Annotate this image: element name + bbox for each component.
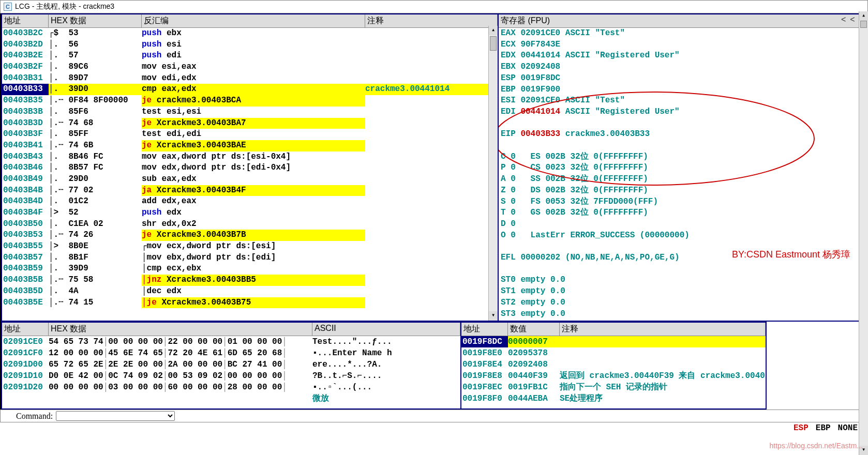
register-line[interactable] <box>499 118 866 129</box>
disasm-row[interactable]: 00403B5B│.╌ 75 58│jnz Xcrackme3.00403BB5 <box>2 275 498 286</box>
hex-row[interactable]: 02091D0065 72 65 2E│2E 2E 00 00│2A 00 00… <box>2 359 460 370</box>
hex-row[interactable]: 02091CF012 00 00 00│45 6E 74 65│72 20 4E… <box>2 347 460 359</box>
watermark: https://blog.csdn.net/Eastm... <box>769 442 863 450</box>
disasm-row[interactable]: 00403B31│. 89D7mov edi,edx <box>2 73 498 84</box>
register-line[interactable]: EBX 02092408 <box>499 62 866 73</box>
register-line[interactable]: EBP 0019F900 <box>499 84 866 96</box>
disasm-row[interactable]: 00403B5D│. 4A│dec edx <box>2 286 498 297</box>
register-line[interactable]: D 0 <box>499 219 866 230</box>
disasm-row[interactable]: 00403B53│.╌ 74 26je Xcrackme3.00403B7B <box>2 230 498 241</box>
disasm-row[interactable]: 00403B5E│.╌ 74 15│je Xcrackme3.00403B75 <box>2 297 498 309</box>
register-line[interactable]: P 0 CS 0023 32位 0(FFFFFFFF) <box>499 162 866 174</box>
disasm-row[interactable]: 00403B41│.╌ 74 6Bje Xcrackme3.00403BAE <box>2 140 498 151</box>
register-line[interactable]: ESI 02091CE0 ASCII "Test" <box>499 95 866 107</box>
nav-prev2-icon[interactable]: < <box>850 15 855 24</box>
hex-row[interactable]: 02091D10D0 0E 42 00│0C 74 09 02│00 53 09… <box>2 370 460 382</box>
disasm-row[interactable]: 00403B55│> 8B0E┌mov ecx,dword ptr ds:[es… <box>2 241 498 252</box>
register-line[interactable]: ST2 empty 0.0 <box>499 297 866 309</box>
disasm-row[interactable]: 00403B59│. 39D9│cmp ecx,ebx <box>2 263 498 275</box>
register-line[interactable]: EAX 02091CE0 ASCII "Test" <box>499 28 866 39</box>
register-line[interactable] <box>499 140 866 151</box>
stack-header: 地址 数值 注释 <box>461 323 766 336</box>
command-label: Command: <box>16 412 53 421</box>
register-line[interactable]: Z 0 DS 002B 32位 0(FFFFFFFF) <box>499 185 866 196</box>
disasm-row[interactable]: 00403B4D│. 01C2add edx,eax <box>2 196 498 207</box>
disasm-body[interactable]: 00403B2C┌$ 53push ebx00403B2D│. 56push e… <box>2 28 498 321</box>
scroll-up-icon[interactable]: ▴ <box>859 11 868 21</box>
stack-row[interactable]: 0019F8E800440F39返回到 crackme3.00440F39 来自… <box>461 370 766 382</box>
stack-row[interactable]: 0019F8DC00000007 <box>461 336 766 347</box>
disasm-row[interactable]: 00403B33│. 39D0cmp eax,edxcrackme3.00441… <box>2 84 498 95</box>
window-title-bar: C LCG - 主线程, 模块 - crackme3 <box>0 0 868 13</box>
register-line[interactable]: ESP 0019F8DC <box>499 73 866 84</box>
disasm-row[interactable]: 00403B2D│. 56push esi <box>2 39 498 51</box>
col-cmt[interactable]: 注释 <box>365 14 498 27</box>
scroll-up-icon[interactable]: ▴ <box>489 26 498 35</box>
disasm-row[interactable]: 00403B50│. C1EA 02shr edx,0x2 <box>2 219 498 230</box>
stack-row[interactable]: 0019F8EC0019FB1C指向下一个 SEH 记录的指针 <box>461 382 766 393</box>
hex-panel: 地址 HEX 数据 ASCII 02091CE054 65 73 74│00 0… <box>1 322 461 410</box>
stack-row[interactable]: 0019F8F00044AEBASE处理程序 <box>461 393 766 404</box>
stackcol-val[interactable]: 数值 <box>508 323 560 336</box>
register-line[interactable]: A 0 SS 002B 32位 0(FFFFFFFF) <box>499 174 866 185</box>
col-asm[interactable]: 反汇编 <box>142 14 365 27</box>
disasm-row[interactable]: 00403B3F│. 85FFtest edi,edi <box>2 129 498 140</box>
reg-body[interactable]: EAX 02091CE0 ASCII "Test"ECX 90F7843EEDX… <box>499 28 866 321</box>
command-input[interactable] <box>56 411 175 421</box>
disasm-row[interactable]: 00403B49│. 29D0sub eax,edx <box>2 174 498 185</box>
disasm-row[interactable]: 00403B2C┌$ 53push ebx <box>2 28 498 39</box>
hex-header: 地址 HEX 数据 ASCII <box>2 323 460 336</box>
stack-row[interactable]: 0019F8E002095378 <box>461 347 766 359</box>
status-esp: ESP <box>794 423 809 433</box>
stackcol-addr[interactable]: 地址 <box>461 323 508 336</box>
scroll-down-icon[interactable]: ▾ <box>489 311 498 321</box>
col-hex[interactable]: HEX 数据 <box>49 14 142 27</box>
register-line[interactable]: O 0 LastErr ERROR_SUCCESS (00000000) <box>499 230 866 241</box>
status-none: NONE <box>838 423 858 433</box>
stack-panel: 地址 数值 注释 0019F8DC000000070019F8E00209537… <box>461 322 767 410</box>
stack-body[interactable]: 0019F8DC000000070019F8E0020953780019F8E4… <box>461 336 766 408</box>
disasm-row[interactable]: 00403B4B│.╌ 77 02ja Xcrackme3.00403B4F <box>2 185 498 196</box>
disasm-header: 地址 HEX 数据 反汇编 注释 <box>2 14 498 28</box>
hexcol-addr[interactable]: 地址 <box>2 323 49 336</box>
register-line[interactable] <box>499 264 866 275</box>
stackcol-cmt[interactable]: 注释 <box>560 323 766 336</box>
disassembly-panel: 地址 HEX 数据 反汇编 注释 00403B2C┌$ 53push ebx00… <box>1 13 499 322</box>
app-icon: C <box>4 3 12 11</box>
register-line[interactable]: ST3 empty 0.0 <box>499 309 866 320</box>
register-line[interactable]: EDI 00441014 ASCII "Registered User" <box>499 107 866 118</box>
lower-container: 地址 HEX 数据 ASCII 02091CE054 65 73 74│00 0… <box>0 322 868 410</box>
register-line[interactable]: S 0 FS 0053 32位 7FFDD000(FFF) <box>499 196 866 208</box>
scroll-thumb[interactable] <box>860 21 867 28</box>
hex-scrollbar[interactable]: ▴ ▾ <box>859 11 868 455</box>
register-line[interactable]: ST0 empty 0.0 <box>499 275 866 286</box>
register-line[interactable]: T 0 GS 002B 32位 0(FFFFFFFF) <box>499 207 866 219</box>
disasm-row[interactable]: 00403B3D│.╌ 74 68je Xcrackme3.00403BA7 <box>2 118 498 129</box>
disasm-row[interactable]: 00403B57│. 8B1F│mov ebx,dword ptr ds:[ed… <box>2 252 498 264</box>
col-addr[interactable]: 地址 <box>2 14 49 27</box>
register-line[interactable]: C 0 ES 002B 32位 0(FFFFFFFF) <box>499 151 866 163</box>
disasm-row[interactable]: 00403B4F│> 52push edx <box>2 207 498 219</box>
hex-row[interactable]: 02091D2000 00 00 00│03 00 00 00│60 00 00… <box>2 382 460 393</box>
scroll-thumb[interactable] <box>490 36 497 51</box>
hexcol-ascii[interactable]: ASCII <box>312 323 460 336</box>
register-line[interactable]: EIP 00403B33 crackme3.00403B33 <box>499 129 866 140</box>
register-line[interactable]: ST4 empty 1.0000000000000000000 <box>499 320 866 321</box>
register-line[interactable]: ST1 empty 0.0 <box>499 286 866 297</box>
disasm-row[interactable]: 00403B46│. 8B57 FCmov edx,dword ptr ds:[… <box>2 162 498 174</box>
disasm-row[interactable]: 00403B2F│. 89C6mov esi,eax <box>2 62 498 73</box>
hexcol-hex[interactable]: HEX 数据 <box>49 323 312 336</box>
status-ebp: EBP <box>816 423 831 433</box>
disasm-row[interactable]: 00403B43│. 8B46 FCmov eax,dword ptr ds:[… <box>2 151 498 163</box>
disasm-row[interactable]: 00403B2E│. 57push edi <box>2 50 498 62</box>
register-line[interactable]: EDX 00441014 ASCII "Registered User" <box>499 50 866 62</box>
disasm-scrollbar[interactable]: ▴ ▾ <box>488 26 498 321</box>
stack-row[interactable]: 0019F8E402092408 <box>461 359 766 370</box>
register-line[interactable]: ECX 90F7843E <box>499 39 866 51</box>
hex-body[interactable]: 02091CE054 65 73 74│00 00 00 00│22 00 00… <box>2 336 460 408</box>
hex-row[interactable]: 02091CE054 65 73 74│00 00 00 00│22 00 00… <box>2 336 460 347</box>
disasm-row[interactable]: 00403B35│.╌ 0F84 8F00000je crackme3.0040… <box>2 95 498 107</box>
nav-prev-icon[interactable]: < <box>841 15 846 24</box>
reg-header: 寄存器 (FPU) <box>499 14 866 28</box>
disasm-row[interactable]: 00403B3B│. 85F6test esi,esi <box>2 107 498 118</box>
